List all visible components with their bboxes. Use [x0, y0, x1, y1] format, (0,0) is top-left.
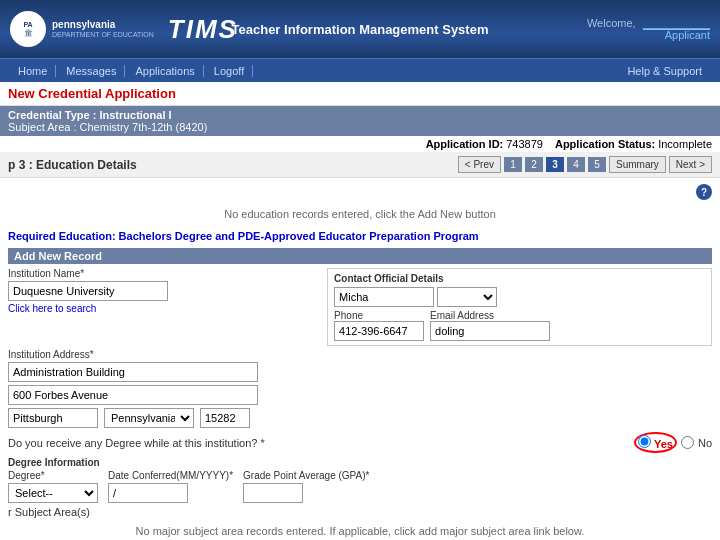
form-row-1: Institution Name* Click here to search C… — [8, 268, 712, 346]
pa-seal: PA🏛️ — [10, 11, 46, 47]
zip-input[interactable] — [200, 408, 250, 428]
city-state-zip-row: Pennsylvania — [8, 408, 712, 428]
date-conferred-label: Date Conferred(MM/YYYY)* — [108, 470, 233, 481]
nav-messages[interactable]: Messages — [58, 65, 125, 77]
prev-button[interactable]: < Prev — [458, 156, 501, 173]
nav-logoff[interactable]: Logoff — [206, 65, 253, 77]
nav-home[interactable]: Home — [10, 65, 56, 77]
institution-name-input[interactable] — [8, 281, 168, 301]
institution-address-label: Institution Address* — [8, 349, 712, 360]
major-subject-text: r Subject Area(s) — [8, 506, 90, 518]
phone-input[interactable] — [334, 321, 424, 341]
degree-select-group: Degree* Select-- — [8, 470, 98, 503]
step-5-button[interactable]: 5 — [588, 157, 606, 172]
state-select[interactable]: Pennsylvania — [104, 408, 194, 428]
summary-button[interactable]: Summary — [609, 156, 666, 173]
step-label: p 3 : Education Details — [8, 158, 137, 172]
subject-area: Subject Area : Chemistry 7th-12th (8420) — [8, 121, 712, 133]
gpa-input[interactable] — [243, 483, 303, 503]
pa-seal-text: PA🏛️ — [23, 21, 32, 38]
degree-info-header: Degree Information — [8, 457, 712, 468]
date-conferred-input[interactable] — [108, 483, 188, 503]
phone-group: Phone — [334, 310, 424, 341]
next-button[interactable]: Next > — [669, 156, 712, 173]
info-message: No education records entered, click the … — [8, 202, 712, 226]
major-subject-label: r Subject Area(s) — [8, 506, 712, 518]
phone-label: Phone — [334, 310, 424, 321]
degree-question-row: Do you receive any Degree while at this … — [8, 432, 712, 453]
new-record-header: Add New Record — [8, 248, 712, 264]
address-line2-group — [8, 385, 712, 405]
required-education-section: Required Education: Bachelors Degree and… — [8, 230, 712, 242]
required-education-link[interactable]: Required Education: Bachelors Degree and… — [8, 230, 479, 242]
degree-yes-radio[interactable] — [638, 435, 651, 448]
step-2-button[interactable]: 2 — [525, 157, 543, 172]
gpa-group: Grade Point Average (GPA)* — [243, 470, 369, 503]
contact-official-title: Contact Official Details — [334, 273, 705, 284]
welcome-text: Welcome, — [587, 17, 636, 29]
app-status-label: Application Status: — [555, 138, 655, 150]
degree-question-label: Do you receive any Degree while at this … — [8, 437, 265, 449]
contact-name-row: Mr Mrs Ms Dr — [334, 287, 705, 307]
app-status-value: Incomplete — [658, 138, 712, 150]
email-input[interactable] — [430, 321, 550, 341]
app-id-label: Application ID: — [426, 138, 504, 150]
address-line1-input[interactable] — [8, 362, 258, 382]
header-user-info: Welcome, ___________ Applicant — [587, 17, 710, 41]
city-input[interactable] — [8, 408, 98, 428]
pa-logo-text: pennsylvania DEPARTMENT OF EDUCATION — [52, 19, 154, 39]
degree-no-radio[interactable] — [681, 436, 694, 449]
degree-label: Degree* — [8, 470, 98, 481]
main-content: ? No education records entered, click th… — [0, 178, 720, 540]
header-logo: PA🏛️ pennsylvania DEPARTMENT OF EDUCATIO… — [10, 11, 238, 47]
step-3-button[interactable]: 3 — [546, 157, 564, 172]
help-support-link[interactable]: Help & Support — [619, 65, 710, 77]
date-conferred-group: Date Conferred(MM/YYYY)* — [108, 470, 233, 503]
degree-select[interactable]: Select-- — [8, 483, 98, 503]
app-id-value: 743879 — [506, 138, 543, 150]
credential-type: Credential Type : Instructional I — [8, 109, 712, 121]
org-dept: DEPARTMENT OF EDUCATION — [52, 31, 154, 39]
system-name: Teacher Information Management System — [232, 22, 489, 37]
institution-name-group: Institution Name* Click here to search — [8, 268, 317, 346]
app-id-row: Application ID: 743879 Application Statu… — [0, 136, 720, 152]
credential-bar: Credential Type : Instructional I Subjec… — [0, 106, 720, 136]
degree-info-section: Degree Information Degree* Select-- Date… — [8, 457, 712, 503]
org-name: pennsylvania — [52, 19, 154, 31]
contact-title-select[interactable]: Mr Mrs Ms Dr — [437, 287, 497, 307]
user-role: Applicant — [587, 29, 710, 41]
step-nav-bar: p 3 : Education Details < Prev 1 2 3 4 5… — [0, 152, 720, 178]
gpa-label: Grade Point Average (GPA)* — [243, 470, 369, 481]
no-major-message: No major subject area records entered. I… — [8, 521, 712, 540]
step-4-button[interactable]: 4 — [567, 157, 585, 172]
page-title-bar: New Credential Application — [0, 82, 720, 106]
click-to-search-link[interactable]: Click here to search — [8, 303, 317, 314]
header: PA🏛️ pennsylvania DEPARTMENT OF EDUCATIO… — [0, 0, 720, 58]
help-icon-row: ? — [8, 184, 712, 200]
institution-address-group: Institution Address* — [8, 349, 712, 382]
degree-radio-group: Yes No — [634, 432, 712, 453]
navbar: Home Messages Applications Logoff Help &… — [0, 58, 720, 82]
step-1-button[interactable]: 1 — [504, 157, 522, 172]
degree-yes-label: Yes — [654, 438, 673, 450]
contact-official-details: Contact Official Details Mr Mrs Ms Dr Ph… — [327, 268, 712, 346]
degree-fields-row: Degree* Select-- Date Conferred(MM/YYYY)… — [8, 470, 712, 503]
yes-radio-circled: Yes — [634, 432, 677, 453]
email-label: Email Address — [430, 310, 550, 321]
app-title: TIMS — [168, 14, 238, 45]
institution-name-label: Institution Name* — [8, 268, 317, 279]
contact-phone-email-row: Phone Email Address — [334, 310, 705, 341]
nav-applications[interactable]: Applications — [127, 65, 203, 77]
degree-no-label: No — [698, 437, 712, 449]
contact-first-name-input[interactable] — [334, 287, 434, 307]
page-title: New Credential Application — [8, 86, 176, 101]
address-line2-input[interactable] — [8, 385, 258, 405]
step-buttons: < Prev 1 2 3 4 5 Summary Next > — [458, 156, 712, 173]
email-group: Email Address — [430, 310, 550, 341]
help-icon[interactable]: ? — [696, 184, 712, 200]
